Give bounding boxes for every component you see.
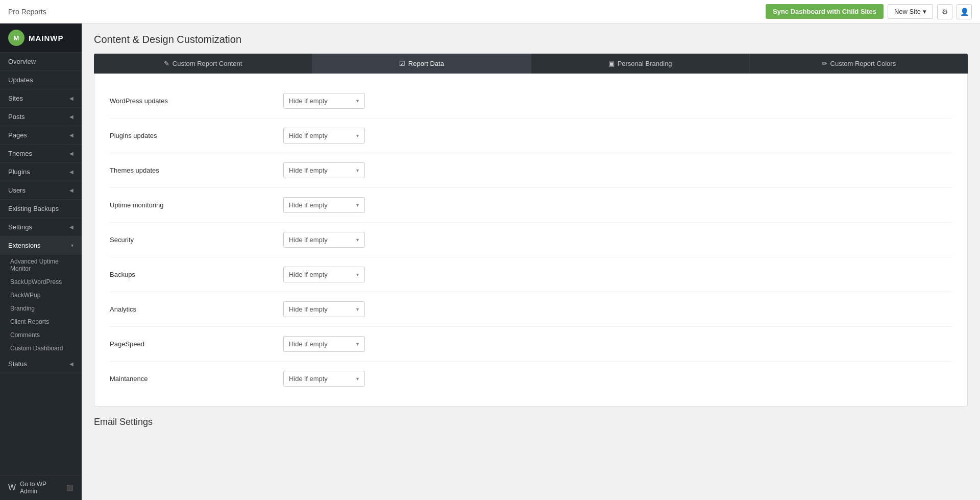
form-row-pagespeed: PageSpeed Hide if empty bbox=[110, 327, 952, 362]
chevron-down-icon: ▾ bbox=[923, 8, 926, 15]
chevron-right-icon: ◀ bbox=[69, 114, 74, 120]
sidebar-item-branding[interactable]: Branding bbox=[0, 302, 82, 315]
sidebar-item-comments[interactable]: Comments bbox=[0, 328, 82, 342]
form-row-security: Security Hide if empty bbox=[110, 223, 952, 257]
label-pagespeed: PageSpeed bbox=[110, 340, 283, 348]
sidebar-item-custom-dashboard[interactable]: Custom Dashboard bbox=[0, 342, 82, 355]
chevron-right-icon: ◀ bbox=[69, 361, 74, 367]
topbar: Pro Reports Sync Dashboard with Child Si… bbox=[0, 0, 980, 23]
new-site-button[interactable]: New Site ▾ bbox=[888, 4, 933, 19]
email-settings-title: Email Settings bbox=[94, 417, 968, 427]
chevron-right-icon: ◀ bbox=[69, 169, 74, 175]
sidebar-item-pages[interactable]: Pages ◀ bbox=[0, 126, 82, 145]
form-row-wordpress-updates: WordPress updates Hide if empty bbox=[110, 84, 952, 118]
paint-icon: ✏ bbox=[822, 60, 827, 67]
select-wrap-backups: Hide if empty bbox=[283, 267, 365, 282]
sidebar-item-backupwordpress[interactable]: BackUpWordPress bbox=[0, 275, 82, 289]
form-row-plugins-updates: Plugins updates Hide if empty bbox=[110, 118, 952, 153]
label-analytics: Analytics bbox=[110, 305, 283, 313]
control-wrap-themes-updates: Hide if empty bbox=[283, 162, 365, 178]
tab-report-data[interactable]: ☑ Report Data bbox=[312, 54, 531, 74]
sidebar-item-users[interactable]: Users ◀ bbox=[0, 181, 82, 200]
select-wrap-analytics: Hide if empty bbox=[283, 301, 365, 317]
control-wrap-maintanence: Hide if empty bbox=[283, 371, 365, 387]
select-plugins-updates[interactable]: Hide if empty bbox=[283, 128, 365, 144]
sidebar-item-sites[interactable]: Sites ◀ bbox=[0, 89, 82, 108]
control-wrap-plugins-updates: Hide if empty bbox=[283, 128, 365, 144]
wp-admin-icon: W bbox=[8, 483, 16, 492]
topbar-title: Pro Reports bbox=[8, 8, 46, 16]
chevron-right-icon: ◀ bbox=[69, 151, 74, 156]
sidebar-item-overview[interactable]: Overview bbox=[0, 53, 82, 71]
branding-icon: ▣ bbox=[608, 60, 615, 67]
form-row-maintanence: Maintanence Hide if empty bbox=[110, 362, 952, 396]
form-row-themes-updates: Themes updates Hide if empty bbox=[110, 153, 952, 188]
sidebar-item-extensions[interactable]: Extensions ▾ bbox=[0, 236, 82, 255]
control-wrap-uptime-monitoring: Hide if empty bbox=[283, 197, 365, 213]
chevron-right-icon: ◀ bbox=[69, 96, 74, 101]
select-wordpress-updates[interactable]: Hide if empty bbox=[283, 93, 365, 109]
sidebar-item-themes[interactable]: Themes ◀ bbox=[0, 145, 82, 163]
sidebar-item-status[interactable]: Status ◀ bbox=[0, 355, 82, 373]
tab-personal-branding[interactable]: ▣ Personal Branding bbox=[531, 54, 750, 74]
control-wrap-pagespeed: Hide if empty bbox=[283, 336, 365, 352]
select-wrap-themes-updates: Hide if empty bbox=[283, 162, 365, 178]
select-analytics[interactable]: Hide if empty bbox=[283, 301, 365, 317]
sync-button[interactable]: Sync Dashboard with Child Sites bbox=[766, 4, 884, 19]
sidebar-item-backwpup[interactable]: BackWPup bbox=[0, 289, 82, 302]
control-wrap-analytics: Hide if empty bbox=[283, 301, 365, 317]
label-plugins-updates: Plugins updates bbox=[110, 132, 283, 139]
sidebar-item-posts[interactable]: Posts ◀ bbox=[0, 108, 82, 126]
external-link-icon: ⬛ bbox=[66, 485, 74, 491]
label-security: Security bbox=[110, 236, 283, 244]
logo-icon: M bbox=[8, 30, 24, 46]
select-wrap-plugins-updates: Hide if empty bbox=[283, 128, 365, 144]
control-wrap-backups: Hide if empty bbox=[283, 267, 365, 282]
sidebar-item-client-reports[interactable]: Client Reports bbox=[0, 315, 82, 328]
label-backups: Backups bbox=[110, 271, 283, 278]
sidebar-logo: M MAINWP bbox=[0, 23, 82, 53]
sidebar-item-settings[interactable]: Settings ◀ bbox=[0, 218, 82, 236]
label-uptime-monitoring: Uptime monitoring bbox=[110, 201, 283, 209]
topbar-right: Sync Dashboard with Child Sites New Site… bbox=[766, 4, 972, 19]
sidebar-item-plugins[interactable]: Plugins ◀ bbox=[0, 163, 82, 181]
sidebar-footer-wp-admin[interactable]: W Go to WP Admin ⬛ bbox=[0, 475, 82, 500]
pencil-icon: ✎ bbox=[164, 60, 169, 67]
label-themes-updates: Themes updates bbox=[110, 166, 283, 174]
control-wrap-wordpress-updates: Hide if empty bbox=[283, 93, 365, 109]
chevron-right-icon: ◀ bbox=[69, 132, 74, 138]
tab-custom-report-colors[interactable]: ✏ Custom Report Colors bbox=[750, 54, 968, 74]
select-uptime-monitoring[interactable]: Hide if empty bbox=[283, 197, 365, 213]
chevron-right-icon: ◀ bbox=[69, 187, 74, 193]
tabs-container: ✎ Custom Report Content ☑ Report Data ▣ … bbox=[94, 54, 968, 74]
select-wrap-maintanence: Hide if empty bbox=[283, 371, 365, 387]
select-wrap-security: Hide if empty bbox=[283, 232, 365, 248]
settings-icon-button[interactable]: ⚙ bbox=[937, 4, 952, 19]
select-wrap-pagespeed: Hide if empty bbox=[283, 336, 365, 352]
sidebar-nav: Overview Updates Sites ◀ Posts ◀ Pages ◀… bbox=[0, 53, 82, 475]
control-wrap-security: Hide if empty bbox=[283, 232, 365, 248]
sidebar-item-updates[interactable]: Updates bbox=[0, 71, 82, 89]
form-row-uptime-monitoring: Uptime monitoring Hide if empty bbox=[110, 188, 952, 223]
label-wordpress-updates: WordPress updates bbox=[110, 97, 283, 105]
select-backups[interactable]: Hide if empty bbox=[283, 267, 365, 282]
topbar-left: Pro Reports bbox=[8, 8, 46, 16]
form-row-backups: Backups Hide if empty bbox=[110, 257, 952, 292]
logo-text: MAINWP bbox=[29, 34, 64, 42]
sidebar-item-advanced-uptime[interactable]: Advanced Uptime Monitor bbox=[0, 255, 82, 275]
tab-custom-report-content[interactable]: ✎ Custom Report Content bbox=[94, 54, 312, 74]
label-maintanence: Maintanence bbox=[110, 375, 283, 383]
sidebar-item-existing-backups[interactable]: Existing Backups bbox=[0, 200, 82, 218]
chevron-down-icon: ▾ bbox=[71, 243, 74, 248]
select-wrap-uptime-monitoring: Hide if empty bbox=[283, 197, 365, 213]
form-row-analytics: Analytics Hide if empty bbox=[110, 292, 952, 327]
select-themes-updates[interactable]: Hide if empty bbox=[283, 162, 365, 178]
select-pagespeed[interactable]: Hide if empty bbox=[283, 336, 365, 352]
select-maintanence[interactable]: Hide if empty bbox=[283, 371, 365, 387]
chevron-right-icon: ◀ bbox=[69, 224, 74, 230]
main-content: Content & Design Customization ✎ Custom … bbox=[82, 23, 980, 500]
select-security[interactable]: Hide if empty bbox=[283, 232, 365, 248]
content-card: WordPress updates Hide if empty Plugins … bbox=[94, 74, 968, 407]
page-title: Content & Design Customization bbox=[94, 34, 968, 45]
user-icon-button[interactable]: 👤 bbox=[957, 4, 972, 19]
